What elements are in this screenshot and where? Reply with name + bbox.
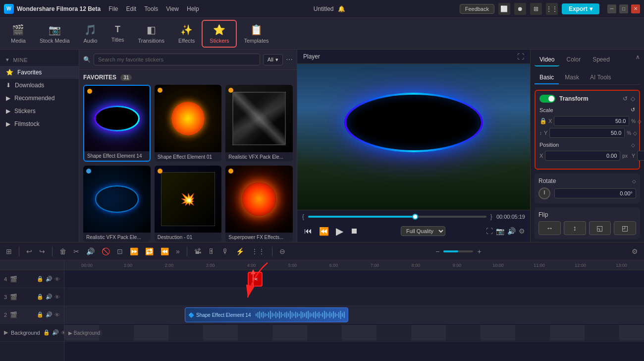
position-x-input[interactable] bbox=[545, 151, 620, 161]
fit-screen-button[interactable]: ⛶ bbox=[486, 227, 493, 235]
track-4-visible-button[interactable]: 👁 bbox=[54, 276, 60, 282]
menu-tools[interactable]: Tools bbox=[144, 5, 158, 12]
tl-audio-fx-button[interactable]: 🎚 bbox=[206, 245, 217, 257]
win-close-button[interactable]: ✕ bbox=[631, 4, 640, 13]
flip-vertical-button[interactable]: ↕ bbox=[564, 221, 586, 235]
track-2-audio-button[interactable]: 🔊 bbox=[46, 311, 53, 318]
rotate-input[interactable] bbox=[554, 188, 636, 198]
scale-x-input[interactable] bbox=[554, 116, 629, 126]
track-3-visible-button[interactable]: 👁 bbox=[54, 294, 60, 300]
toolbar-item-media[interactable]: 🎬 Media bbox=[4, 21, 33, 47]
sub-tab-basic[interactable]: Basic bbox=[535, 71, 559, 84]
position-keyframe[interactable]: ◇ bbox=[631, 142, 635, 148]
minimize-icon[interactable]: ⬜ bbox=[498, 3, 510, 15]
tl-disable-button[interactable]: 🚫 bbox=[100, 245, 112, 257]
track-4-lock-button[interactable]: 🔒 bbox=[37, 276, 44, 282]
rotate-keyframe[interactable]: ◇ bbox=[632, 179, 636, 184]
tl-settings-button[interactable]: ⚙ bbox=[630, 245, 640, 257]
layout-icon[interactable]: ⊞ bbox=[530, 3, 542, 15]
sidebar-item-favorites[interactable]: ⭐ Favorites bbox=[0, 66, 79, 79]
scale-link-icon[interactable]: ↕ bbox=[539, 130, 542, 136]
zoom-in-button[interactable]: + bbox=[475, 245, 483, 257]
settings-button[interactable]: ⚙ bbox=[519, 227, 525, 235]
stop-button[interactable]: ⏹ bbox=[348, 225, 360, 238]
tl-speed-button[interactable]: ⏩ bbox=[128, 245, 140, 257]
scale-y-keyframe[interactable]: ◇ bbox=[633, 130, 637, 136]
toolbar-item-effects[interactable]: ✨ Effects bbox=[171, 21, 202, 47]
sub-tab-ai-tools[interactable]: AI Tools bbox=[585, 71, 616, 84]
menu-file[interactable]: File bbox=[108, 5, 118, 12]
scale-reset-icon[interactable]: ↺ bbox=[631, 107, 635, 113]
tl-redo-button[interactable]: ↪ bbox=[37, 245, 47, 257]
transform-toggle[interactable] bbox=[539, 95, 555, 103]
position-y-input[interactable] bbox=[637, 151, 644, 161]
play-button[interactable]: ▶ bbox=[334, 223, 345, 239]
menu-help[interactable]: Help bbox=[187, 5, 199, 12]
toolbar-item-audio[interactable]: 🎵 Audio bbox=[77, 21, 105, 47]
tl-split-button[interactable]: ⚡ bbox=[234, 245, 246, 257]
feedback-button[interactable]: Feedback bbox=[460, 4, 494, 14]
sidebar-item-downloads[interactable]: ⬇ Downloads bbox=[0, 79, 79, 92]
transform-more-icon[interactable]: ◇ bbox=[631, 95, 635, 102]
tl-loop-button[interactable]: 🔁 bbox=[143, 245, 156, 257]
snapshot-button[interactable]: 📷 bbox=[496, 227, 504, 235]
flip-tr-button[interactable]: ◰ bbox=[614, 221, 636, 235]
tl-grid-button[interactable]: ⊞ bbox=[4, 245, 14, 257]
more-options-button[interactable]: ⋯ bbox=[286, 56, 293, 63]
scale-y-input[interactable] bbox=[549, 128, 625, 138]
flip-horizontal-button[interactable]: ↔ bbox=[538, 221, 561, 235]
sticker-card-1[interactable]: Shape Effect Element 14 bbox=[83, 85, 151, 162]
progress-bar[interactable] bbox=[308, 216, 486, 218]
stickers-search-input[interactable] bbox=[94, 54, 260, 65]
menu-bar[interactable]: File Edit Tools View Help bbox=[108, 5, 199, 12]
sidebar-item-stickers[interactable]: ▶ Stickers bbox=[0, 105, 79, 118]
track-1-audio-button[interactable]: 🔊 bbox=[52, 329, 59, 336]
win-maximize-button[interactable]: □ bbox=[619, 4, 628, 13]
player-expand-button[interactable]: ⛶ bbox=[517, 53, 524, 60]
tl-crop-button[interactable]: ⊡ bbox=[115, 245, 125, 257]
track-2-visible-button[interactable]: 👁 bbox=[54, 311, 60, 318]
toolbar-item-transitions[interactable]: ◧ Transitions bbox=[131, 21, 171, 47]
tl-audio-detach-button[interactable]: 🔊 bbox=[84, 245, 97, 257]
sidebar-item-recommended[interactable]: ▶ Recommended bbox=[0, 92, 79, 105]
tl-mic-button[interactable]: 🎙 bbox=[220, 245, 231, 257]
tl-multiselect-button[interactable]: ⋮⋮ bbox=[249, 245, 267, 257]
tab-speed[interactable]: Speed bbox=[588, 54, 615, 66]
record-icon[interactable]: ⏺ bbox=[514, 3, 526, 15]
tl-delete-button[interactable]: 🗑 bbox=[57, 245, 68, 257]
export-button[interactable]: Export ▾ bbox=[562, 3, 599, 14]
grid-icon[interactable]: ⋮⋮ bbox=[546, 3, 558, 15]
tl-cut-button[interactable]: ✂ bbox=[71, 245, 81, 257]
clip-effect-element[interactable]: 🔷 Shape Effect Element 14 bbox=[185, 307, 348, 322]
scale-lock-icon[interactable]: 🔒 bbox=[539, 118, 546, 124]
zoom-out-button[interactable]: − bbox=[433, 245, 441, 257]
tl-remove-speed-button[interactable]: ⊖ bbox=[277, 245, 287, 257]
sticker-card-3[interactable]: Realistic VFX Pack Ele... bbox=[225, 85, 293, 162]
quality-select[interactable]: Full Quality bbox=[401, 226, 445, 236]
win-minimize-button[interactable]: ─ bbox=[607, 4, 616, 13]
filter-dropdown[interactable]: All ▾ bbox=[263, 54, 283, 65]
sticker-card-2[interactable]: Shape Effect Element 01 bbox=[155, 85, 222, 162]
track-1-lock-button[interactable]: 🔒 bbox=[43, 329, 50, 336]
sticker-card-4[interactable]: Realistic VFX Pack Ele... bbox=[83, 166, 151, 242]
toolbar-item-stickers[interactable]: ⭐ Stickers bbox=[202, 20, 237, 48]
toolbar-item-stock[interactable]: 📷 Stock Media bbox=[33, 21, 77, 47]
rotate-knob[interactable] bbox=[538, 187, 550, 199]
tl-reverse-button[interactable]: ⏪ bbox=[159, 245, 171, 257]
toolbar-item-titles[interactable]: T Titles bbox=[105, 21, 131, 46]
audio-button[interactable]: 🔊 bbox=[507, 227, 516, 235]
toolbar-item-templates[interactable]: 📋 Templates bbox=[237, 21, 275, 47]
track-3-lock-button[interactable]: 🔒 bbox=[37, 294, 44, 300]
tab-color[interactable]: Color bbox=[561, 54, 586, 66]
sticker-card-5[interactable]: 💥 Destruction - 01 bbox=[155, 166, 222, 242]
track-4-audio-button[interactable]: 🔊 bbox=[46, 276, 53, 282]
sub-tab-mask[interactable]: Mask bbox=[560, 71, 584, 84]
background-clip[interactable]: ▶ Background bbox=[64, 325, 644, 341]
tl-add-track-button[interactable]: 📽 bbox=[192, 245, 203, 257]
mine-section-header[interactable]: ▾ Mine bbox=[0, 54, 79, 66]
skip-back-button[interactable]: ⏮ bbox=[302, 225, 314, 238]
progress-handle[interactable] bbox=[412, 214, 418, 220]
panel-tab-up-icon[interactable]: ∧ bbox=[636, 54, 640, 66]
scale-x-keyframe[interactable]: ◇ bbox=[638, 119, 642, 124]
sticker-card-6[interactable]: Superpower FX Effects... bbox=[225, 166, 293, 242]
